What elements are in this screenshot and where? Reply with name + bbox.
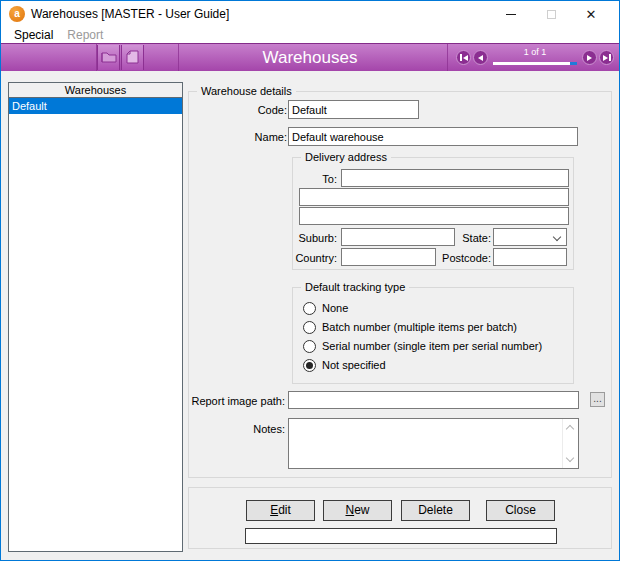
scroll-down-icon [566, 454, 574, 462]
address-line3-field[interactable] [299, 207, 569, 225]
menu-report: Report [60, 27, 110, 43]
tracking-option-label: Serial number (single item per serial nu… [322, 340, 542, 352]
tracking-option-batch[interactable]: Batch number (multiple items per batch) [303, 319, 517, 335]
tracking-option-label: Not specified [322, 359, 386, 371]
warehouses-window: a Warehouses [MASTER - User Guide] ✕ Spe… [0, 0, 620, 561]
edit-button[interactable]: Edit [246, 500, 315, 521]
warehouse-list-item[interactable]: Default [9, 98, 182, 114]
record-position-text: 1 of 1 [493, 47, 577, 57]
country-field[interactable] [341, 248, 436, 266]
status-field [245, 528, 557, 544]
minimize-button[interactable] [491, 1, 531, 27]
toolbar: Warehouses 1 of 1 [1, 43, 619, 71]
browse-button[interactable]: ... [590, 392, 605, 407]
delivery-address-legend: Delivery address [301, 150, 391, 164]
warehouse-details-legend: Warehouse details [197, 84, 296, 98]
edit-button-label: dit [278, 503, 291, 517]
next-record-icon [587, 55, 592, 61]
edit-button-mnemonic: E [270, 503, 278, 517]
window-title: Warehouses [MASTER - User Guide] [31, 1, 229, 27]
maximize-button [531, 1, 571, 27]
record-position: 1 of 1 [493, 44, 577, 71]
close-button-label: Close [505, 503, 536, 517]
scroll-up-icon [566, 425, 574, 433]
postcode-field[interactable] [493, 248, 567, 266]
last-record-icon [603, 55, 608, 61]
delete-button-label: Delete [418, 503, 453, 517]
tracking-type-group: Default tracking type None Batch number … [292, 287, 574, 384]
radio-icon [303, 302, 316, 315]
warehouse-details-group: Warehouse details Code: Name: Delivery a… [188, 91, 612, 478]
chevron-down-icon [553, 233, 561, 241]
country-label: Country: [293, 249, 337, 267]
suburb-label: Suburb: [293, 229, 337, 247]
menu-bar: Special Report [1, 27, 619, 43]
tracking-option-label: Batch number (multiple items per batch) [322, 321, 517, 333]
tracking-type-legend: Default tracking type [301, 280, 409, 294]
tracking-option-none[interactable]: None [303, 300, 348, 316]
report-image-path-label: Report image path: [189, 392, 285, 410]
first-record-button[interactable] [456, 50, 471, 65]
to-field[interactable] [341, 169, 569, 187]
title-bar: a Warehouses [MASTER - User Guide] ✕ [1, 1, 619, 27]
previous-record-button[interactable] [473, 50, 488, 65]
first-record-icon [463, 55, 468, 61]
warehouse-list-header: Warehouses [9, 83, 182, 98]
delivery-address-group: Delivery address To: Suburb: State: Coun… [292, 157, 574, 270]
notes-scrollbar[interactable] [562, 419, 578, 468]
address-line2-field[interactable] [299, 188, 569, 206]
record-position-fill [570, 62, 577, 65]
radio-selected-icon [303, 359, 316, 372]
radio-icon [303, 340, 316, 353]
toolbar-separator [178, 44, 179, 71]
new-button-label: ew [354, 503, 369, 517]
suburb-field[interactable] [341, 228, 455, 246]
state-select[interactable] [493, 228, 567, 246]
window-controls: ✕ [491, 1, 611, 27]
note-page-icon [126, 50, 139, 66]
notes-field[interactable] [288, 418, 579, 469]
postcode-label: Postcode: [433, 249, 491, 267]
name-field[interactable] [288, 127, 578, 146]
app-icon: a [9, 6, 25, 22]
last-record-icon [609, 54, 611, 61]
tracking-option-label: None [322, 302, 348, 314]
last-record-button[interactable] [599, 50, 614, 65]
close-button[interactable]: ✕ [571, 1, 611, 27]
tracking-option-not-specified[interactable]: Not specified [303, 357, 386, 373]
notes-label: Notes: [189, 420, 285, 438]
code-field[interactable] [288, 100, 419, 119]
first-record-icon [460, 54, 462, 61]
tracking-option-serial[interactable]: Serial number (single item per serial nu… [303, 338, 542, 354]
name-label: Name: [209, 128, 287, 146]
menu-special[interactable]: Special [7, 27, 60, 43]
radio-icon [303, 321, 316, 334]
previous-record-icon [478, 55, 483, 61]
delete-button[interactable]: Delete [401, 500, 470, 521]
minimize-icon [506, 14, 516, 15]
close-record-button[interactable]: Close [486, 500, 555, 521]
to-label: To: [293, 170, 337, 188]
code-label: Code: [209, 101, 287, 119]
state-label: State: [453, 229, 491, 247]
note-button[interactable] [121, 45, 144, 70]
record-navigator: 1 of 1 [456, 44, 614, 71]
new-button[interactable]: New [323, 500, 392, 521]
folder-button[interactable] [97, 45, 120, 70]
record-position-track [493, 62, 577, 65]
maximize-icon [547, 10, 556, 19]
warehouse-list: Warehouses Default [8, 82, 183, 552]
next-record-button[interactable] [582, 50, 597, 65]
report-image-path-field[interactable] [288, 391, 579, 409]
toolbar-separator [447, 44, 448, 71]
actions-group: Edit New Delete Close [188, 487, 612, 549]
new-button-mnemonic: N [345, 503, 354, 517]
folder-icon [101, 51, 117, 65]
close-icon: ✕ [586, 7, 597, 22]
notes-value [292, 420, 560, 467]
